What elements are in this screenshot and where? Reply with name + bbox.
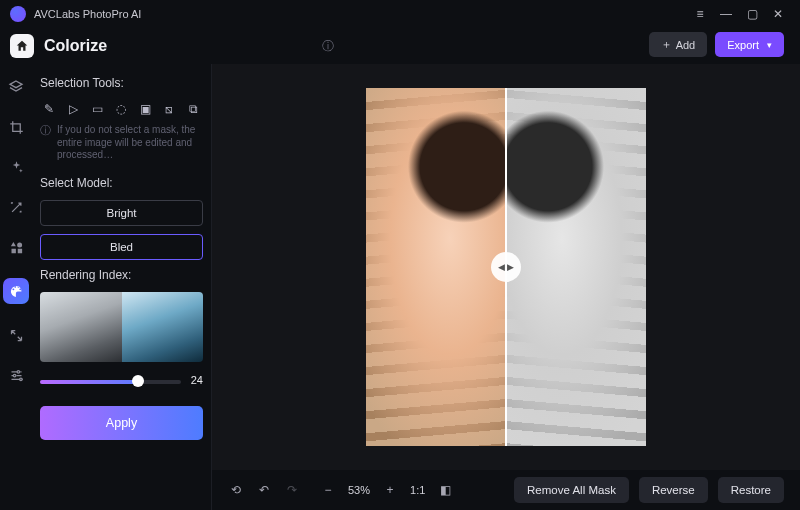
shapes-icon[interactable] [7,238,25,256]
crop-icon[interactable] [7,118,25,136]
chevron-down-icon: ▾ [767,40,772,50]
photo-compare[interactable]: ◀ ▶ [366,88,646,446]
info-icon: ⓘ [40,124,51,162]
selection-hint: ⓘ If you do not select a mask, the entir… [40,124,203,162]
chevron-left-icon: ◀ [498,262,505,272]
compare-handle[interactable]: ◀ ▶ [491,252,521,282]
redo-icon[interactable]: ↷ [284,482,300,498]
photo-colorized [366,88,506,446]
svg-point-2 [19,378,22,381]
zoom-percent: 53% [348,484,370,496]
slider-fill [40,380,138,384]
tool-rail [0,64,32,510]
maximize-icon[interactable]: ▢ [740,4,764,24]
zoom-out-icon[interactable]: − [320,482,336,498]
chevron-right-icon: ▶ [507,262,514,272]
photo-original [506,88,646,446]
expand-icon[interactable] [7,326,25,344]
home-icon [15,39,29,53]
select-model-title: Select Model: [40,176,203,190]
subject-tool[interactable]: ▣ [136,100,154,118]
sidebar-panel: Selection Tools: ✎ ▷ ▭ ◌ ▣ ⧅ ⧉ ⓘ If you … [32,64,212,510]
menu-icon[interactable]: ≡ [688,4,712,24]
zoom-in-icon[interactable]: + [382,482,398,498]
model-option-bright[interactable]: Bright [40,200,203,226]
rendering-preview-after [122,292,204,362]
rect-tool[interactable]: ▭ [88,100,106,118]
brush-tool[interactable]: ✎ [40,100,58,118]
rendering-value: 24 [191,374,203,386]
svg-point-0 [17,370,20,373]
minimize-icon[interactable]: — [714,4,738,24]
rendering-preview-before [40,292,122,362]
remove-mask-button[interactable]: Remove All Mask [514,477,629,503]
info-icon[interactable]: ⓘ [322,38,334,55]
sparkle-icon[interactable] [7,158,25,176]
fit-label[interactable]: 1:1 [410,484,425,496]
bottom-toolbar: ⟲ ↶ ↷ − 53% + 1:1 ◧ Remove All Mask Reve… [212,470,800,510]
mask-in-tool[interactable]: ⧅ [160,100,178,118]
selection-hint-text: If you do not select a mask, the entire … [57,124,203,162]
restore-button[interactable]: Restore [718,477,784,503]
selection-tools-row: ✎ ▷ ▭ ◌ ▣ ⧅ ⧉ [40,100,203,118]
add-button[interactable]: ＋ Add [649,32,708,57]
canvas-area: ◀ ▶ [212,64,800,470]
close-icon[interactable]: ✕ [766,4,790,24]
undo-icon[interactable]: ↶ [256,482,272,498]
reverse-button[interactable]: Reverse [639,477,708,503]
app-logo [10,6,26,22]
layers-icon[interactable] [7,78,25,96]
page-title: Colorize [44,37,107,55]
app-title: AVCLabs PhotoPro AI [34,8,141,20]
mask-out-tool[interactable]: ⧉ [184,100,202,118]
svg-point-1 [13,374,16,377]
model-option-bled[interactable]: Bled [40,234,203,260]
export-button[interactable]: Export ▾ [715,32,784,57]
selection-tools-title: Selection Tools: [40,76,203,90]
plus-icon: ＋ [661,37,672,52]
rendering-index-title: Rendering Index: [40,268,203,282]
rendering-slider[interactable]: 24 [40,372,203,392]
sliders-icon[interactable] [7,366,25,384]
slider-thumb[interactable] [132,375,144,387]
rendering-preview [40,292,203,362]
compare-toggle-icon[interactable]: ◧ [437,482,453,498]
add-label: Add [676,39,696,51]
colorize-icon[interactable] [3,278,29,304]
pointer-tool[interactable]: ▷ [64,100,82,118]
magic-icon[interactable] [7,198,25,216]
home-button[interactable] [10,34,34,58]
export-label: Export [727,39,759,51]
ellipse-tool[interactable]: ◌ [112,100,130,118]
apply-button[interactable]: Apply [40,406,203,440]
refresh-icon[interactable]: ⟲ [228,482,244,498]
